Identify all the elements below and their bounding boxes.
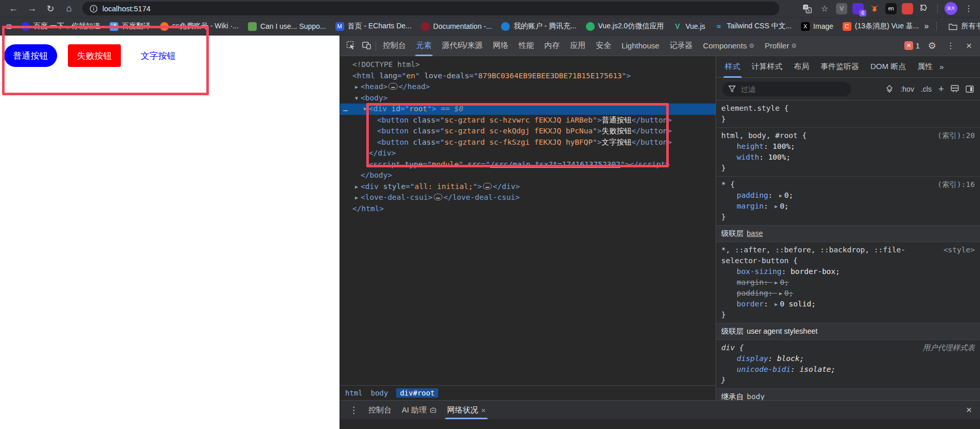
styles-tab-事件监听器[interactable]: 事件监听器 <box>815 56 865 78</box>
css-declaration[interactable]: width: 100%; <box>721 152 975 163</box>
styles-tabs-overflow-chevron[interactable]: » <box>939 62 943 71</box>
console-error-indicator[interactable]: ✕ 1 <box>904 41 920 50</box>
devtools-settings-gear-icon[interactable]: ⚙ <box>926 40 938 52</box>
dom-node-selected[interactable]: …▼<div id="root"> == $0 <box>340 104 716 115</box>
css-declaration[interactable]: padding: ▶0; <box>721 288 975 299</box>
devtools-tab-性能[interactable]: 性能 <box>513 36 539 56</box>
expand-arrow-closed-icon[interactable]: ▶ <box>352 81 361 93</box>
en-ext-icon[interactable]: en <box>885 3 897 14</box>
style-rule[interactable]: element.style {} <box>716 100 980 128</box>
breadcrumb-body[interactable]: body <box>371 389 388 397</box>
css-declaration[interactable]: margin: ▶0; <box>721 277 975 288</box>
drawer-menu-icon[interactable]: ⋮ <box>345 405 362 416</box>
devtools-tab-网络[interactable]: 网络 <box>488 36 513 56</box>
css-declaration[interactable]: box-sizing: border-box; <box>721 266 975 277</box>
devtools-tab-安全[interactable]: 安全 <box>591 36 616 56</box>
bookmarks-overflow-chevron[interactable]: » <box>924 22 929 31</box>
back-button[interactable]: ← <box>5 2 22 16</box>
all-bookmarks-button[interactable]: 所有书签 <box>945 20 980 32</box>
purple-ext-icon[interactable]: 6 <box>852 3 864 14</box>
demo-button[interactable]: 普通按钮 <box>4 44 57 67</box>
dom-node[interactable]: <!DOCTYPE html> <box>340 59 716 71</box>
rule-source-link[interactable]: 用户代理样式表 <box>923 342 975 353</box>
css-declaration[interactable]: unicode-bidi: isolate; <box>721 364 975 375</box>
expand-arrow-open-icon[interactable]: ▼ <box>361 104 369 115</box>
dom-node[interactable]: ▼<body> <box>340 93 716 104</box>
demo-button[interactable]: 失败按钮 <box>68 44 121 67</box>
rule-source-link[interactable]: (索引):16 <box>937 179 975 190</box>
rule-source-link[interactable]: <style> <box>943 245 975 255</box>
style-rule[interactable]: <style>*, ::after, ::before, ::backdrop,… <box>716 242 980 323</box>
vue-devtools-ext-icon[interactable]: V <box>836 3 847 14</box>
bookmark-item[interactable]: 百度 一下，你就知道 <box>17 20 104 32</box>
site-info-icon[interactable] <box>90 5 98 13</box>
style-rule[interactable]: (索引):20html, body, #root {height: 100%;w… <box>716 128 980 177</box>
bookmark-item[interactable]: 我的账户 - 腾讯充... <box>497 20 580 32</box>
bookmark-item[interactable]: Documentation -... <box>417 21 496 32</box>
red-ext-icon[interactable] <box>902 3 913 14</box>
devtools-tab-控制台[interactable]: 控制台 <box>378 36 411 56</box>
drawer-tab-网络状况[interactable]: 网络状况× <box>442 401 491 419</box>
bookmark-item[interactable]: ss免费账号 - Wiki ·... <box>156 20 243 32</box>
styles-tab-样式[interactable]: 样式 <box>719 56 746 78</box>
devtools-tab-Profiler[interactable]: Profiler⚙ <box>759 36 801 56</box>
drawer-tab-close-icon[interactable]: × <box>481 406 486 415</box>
css-declaration[interactable]: margin: ▶0; <box>721 201 975 212</box>
bookmark-item[interactable]: 译百度翻译 <box>105 20 155 32</box>
inline-expand-button[interactable]: … <box>483 183 492 190</box>
css-declaration[interactable]: padding: ▶0; <box>721 190 975 201</box>
expand-arrow-closed-icon[interactable]: ▶ <box>352 192 361 203</box>
css-declaration[interactable]: height: 100%; <box>721 141 975 152</box>
breadcrumb-div#root[interactable]: div#root <box>396 388 438 398</box>
bookmark-item[interactable]: VVue.js <box>669 21 709 32</box>
expand-arrow-closed-icon[interactable]: ▶ <box>352 181 361 193</box>
style-rule[interactable]: 用户代理样式表div {display: block;unicode-bidi:… <box>716 340 980 389</box>
dom-node[interactable]: </html> <box>340 203 716 215</box>
dom-node[interactable]: ▶<head>…</head> <box>340 81 716 93</box>
devtools-tab-内存[interactable]: 内存 <box>539 36 565 56</box>
styles-tab-布局[interactable]: 布局 <box>788 56 815 78</box>
extensions-puzzle-icon[interactable] <box>918 3 931 15</box>
drawer-close-button[interactable]: × <box>963 404 975 416</box>
drawer-tab-AI 助理[interactable]: AI 助理 <box>397 401 442 419</box>
toggle-element-state-icon[interactable] <box>885 85 894 93</box>
reload-button[interactable]: ↻ <box>42 2 59 16</box>
style-rule[interactable]: (索引):16* {padding: ▶0;margin: ▶0;} <box>716 177 980 226</box>
devtools-tab-应用[interactable]: 应用 <box>565 36 591 56</box>
devtools-tab-元素[interactable]: 元素 <box>411 36 437 56</box>
bookmark-item[interactable]: XImage <box>797 21 838 32</box>
bookmark-item[interactable]: Vue.js2.0仿微信应用 <box>582 20 668 32</box>
layer-header-link[interactable]: base <box>747 229 763 237</box>
rule-source-link[interactable]: (索引):20 <box>937 130 975 141</box>
demo-button[interactable]: 文字按钮 <box>132 44 185 67</box>
dom-node[interactable]: <button class="sc-gztard sc-hzvwrc fEKXJ… <box>340 115 716 126</box>
devtools-close-button[interactable]: × <box>963 40 975 52</box>
tab-groups-icon[interactable]: ⊞ <box>6 20 12 32</box>
browser-menu-icon[interactable]: ⋮ <box>963 3 975 15</box>
drawer-tab-控制台[interactable]: 控制台 <box>363 401 397 419</box>
dom-node[interactable]: <script type="module" src="/src/main.tsx… <box>340 159 716 170</box>
pseudo-state-button[interactable]: :hov <box>900 85 914 93</box>
devtools-tab-Components[interactable]: Components⚙ <box>698 36 760 56</box>
dom-node[interactable]: <button class="sc-gztard sc-fkSzgi fEKXJ… <box>340 137 716 148</box>
dom-node[interactable]: ▶<div style="all: initial;">…</div> <box>340 181 716 193</box>
metamask-fox-icon[interactable] <box>869 3 880 14</box>
css-declaration[interactable]: display: block; <box>721 353 975 364</box>
devtools-menu-icon[interactable]: ⋮ <box>945 40 957 52</box>
expand-arrow-open-icon[interactable]: ▼ <box>352 93 361 104</box>
address-bar[interactable]: localhost:5174 <box>82 2 779 15</box>
styles-tab-计算样式[interactable]: 计算样式 <box>746 56 788 78</box>
bookmark-item[interactable]: Can I use... Suppo... <box>244 21 330 32</box>
new-style-rule-button[interactable]: + <box>938 83 944 95</box>
inline-expand-button[interactable]: … <box>388 83 397 90</box>
profile-avatar[interactable]: 满月 <box>945 2 957 15</box>
element-classes-button[interactable]: .cls <box>921 85 932 93</box>
computed-styles-icon[interactable] <box>951 85 959 93</box>
dom-node[interactable]: </div> <box>340 148 716 159</box>
devtools-tab-Lighthouse[interactable]: Lighthouse <box>616 36 664 56</box>
bookmark-item[interactable]: ≈Tailwind CSS 中文... <box>710 20 796 32</box>
devtools-tab-记录器[interactable]: 记录器 <box>665 36 698 56</box>
styles-tab-属性[interactable]: 属性 <box>912 56 938 78</box>
bookmark-star-icon[interactable]: ☆ <box>818 3 831 15</box>
bookmark-item[interactable]: M首页 - ECharts De... <box>331 20 416 32</box>
